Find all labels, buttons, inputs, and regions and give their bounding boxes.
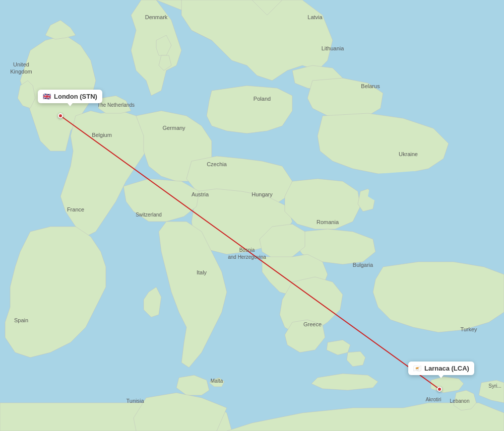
- country-label-denmark: Denmark: [145, 14, 168, 20]
- country-label-bosnia: Bosnia: [239, 247, 255, 253]
- country-label-romania: Romania: [317, 219, 339, 225]
- country-label-bulgaria: Bulgaria: [353, 262, 373, 268]
- larnaca-dot: [437, 387, 442, 392]
- country-label-tunisia: Tunisia: [126, 398, 144, 404]
- country-label-germany: Germany: [162, 125, 185, 131]
- country-label-switzerland: Switzerland: [136, 212, 162, 218]
- london-dot: [58, 113, 63, 118]
- country-label-bosnia2: and Herzegovina: [228, 254, 266, 260]
- country-label-lebanon: Lebanon: [450, 398, 470, 404]
- country-label-hungary: Hungary: [251, 191, 273, 197]
- country-label-lithuania: Lithuania: [322, 45, 345, 51]
- country-label-netherlands: The Netherlands: [97, 102, 135, 108]
- country-label-syria: Syri...: [488, 383, 501, 389]
- map-svg: Latvia Lithuania Denmark United Kingdom …: [0, 0, 504, 431]
- country-label-austria: Austria: [192, 191, 209, 197]
- country-label-belgium: Belgium: [92, 132, 112, 138]
- country-label-turkey: Turkey: [460, 326, 477, 332]
- country-label-italy: Italy: [197, 269, 207, 275]
- country-label-france: France: [67, 206, 84, 212]
- country-label-uk2: Kingdom: [10, 68, 32, 75]
- country-label-ukraine: Ukraine: [399, 151, 418, 157]
- country-label-akrotiri: Akrotiri: [425, 397, 441, 402]
- country-label-latvia: Latvia: [307, 14, 323, 20]
- country-label-belarus: Belarus: [361, 83, 380, 89]
- map-container: Latvia Lithuania Denmark United Kingdom …: [0, 0, 504, 431]
- country-label-uk: United: [13, 61, 29, 67]
- country-label-spain: Spain: [14, 317, 28, 323]
- country-label-malta: Malta: [211, 378, 223, 384]
- country-label-czechia: Czechia: [207, 161, 227, 167]
- country-label-poland: Poland: [254, 96, 271, 102]
- country-label-greece: Greece: [303, 321, 322, 327]
